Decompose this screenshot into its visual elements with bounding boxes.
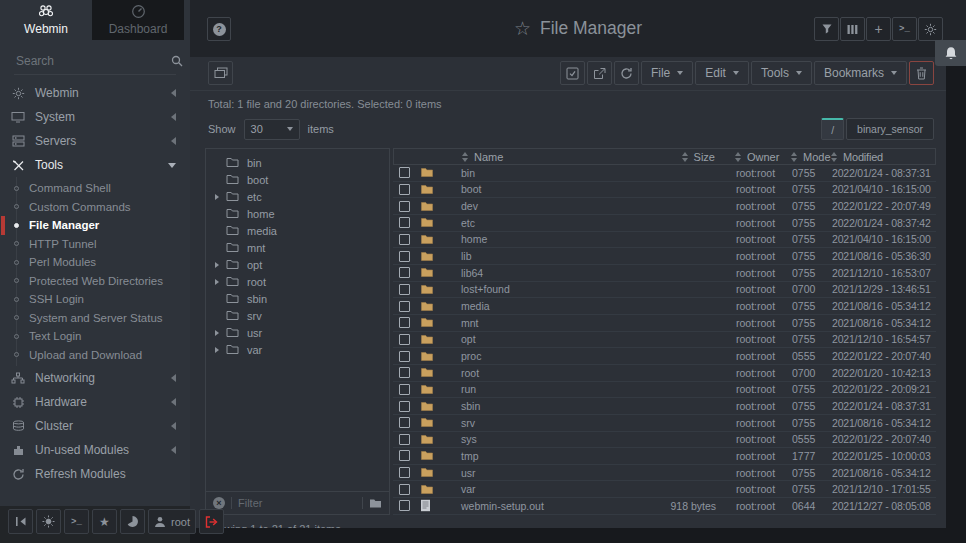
column-header-name[interactable]: Name — [450, 151, 589, 163]
search-input[interactable] — [16, 54, 171, 68]
tree-item[interactable]: usr — [206, 324, 389, 341]
file-row[interactable]: home root:root 0755 2021/04/10 - 16:15:0… — [393, 232, 936, 249]
sidebar-item-servers[interactable]: Servers — [0, 129, 190, 153]
file-row[interactable]: root root:root 0700 2022/01/20 - 10:42:1… — [393, 365, 936, 382]
sidebar-subitem[interactable]: Protected Web Directories — [17, 272, 190, 291]
row-checkbox[interactable] — [399, 417, 410, 428]
file-row[interactable]: lib root:root 0755 2021/08/16 - 05:36:30 — [393, 248, 936, 265]
tree-item[interactable]: srv — [206, 307, 389, 324]
star-outline-icon[interactable]: ☆ — [514, 17, 531, 40]
file-row[interactable]: var root:root 0755 2021/12/10 - 17:01:55 — [393, 481, 936, 498]
terminal-button[interactable]: >_ — [892, 17, 917, 41]
file-row[interactable]: sys root:root 0555 2022/01/22 - 20:07:40 — [393, 432, 936, 449]
tree-item[interactable]: home — [206, 205, 389, 222]
sidebar-item-unused-modules[interactable]: Un-used Modules — [0, 438, 190, 462]
row-checkbox[interactable] — [399, 301, 410, 312]
file-row[interactable]: sbin root:root 0755 2022/01/24 - 08:37:3… — [393, 398, 936, 415]
tree-filter-input[interactable] — [238, 497, 356, 509]
file-row[interactable]: dev root:root 0755 2022/01/22 - 20:07:49 — [393, 198, 936, 215]
export-button[interactable] — [587, 61, 612, 85]
terminal-button-bottom[interactable]: >_ — [64, 509, 89, 534]
file-row[interactable]: run root:root 0755 2022/01/22 - 20:09:21 — [393, 382, 936, 399]
row-checkbox[interactable] — [399, 334, 410, 345]
refresh-button[interactable] — [614, 61, 639, 85]
row-checkbox[interactable] — [399, 284, 410, 295]
sidebar-subitem[interactable]: Upload and Download — [17, 346, 190, 365]
row-checkbox[interactable] — [399, 217, 410, 228]
file-row[interactable]: webmin-setup.out 918 bytes root:root 064… — [393, 498, 936, 515]
page-size-select[interactable]: 30 — [244, 119, 300, 140]
sidebar-item-webmin[interactable]: Webmin — [0, 81, 190, 105]
file-menu-button[interactable]: File — [641, 61, 693, 85]
row-checkbox[interactable] — [399, 234, 410, 245]
tree-item[interactable]: mnt — [206, 239, 389, 256]
settings-button[interactable] — [918, 17, 943, 41]
row-checkbox[interactable] — [399, 184, 410, 195]
trash-button[interactable] — [909, 61, 934, 85]
column-header-modified[interactable]: Modified — [827, 151, 935, 163]
collapse-sidebar-button[interactable] — [8, 509, 33, 534]
sidebar-subitem[interactable]: Custom Commands — [17, 198, 190, 217]
tree-item[interactable]: var — [206, 341, 389, 358]
sidebar-item-cluster[interactable]: Cluster — [0, 414, 190, 438]
help-button[interactable]: ? — [207, 17, 231, 41]
row-checkbox[interactable] — [399, 401, 410, 412]
file-row[interactable]: lib64 root:root 0755 2021/12/10 - 16:53:… — [393, 265, 936, 282]
row-checkbox[interactable] — [399, 317, 410, 328]
sidebar-item-networking[interactable]: Networking — [0, 366, 190, 390]
panes-button[interactable] — [208, 61, 233, 85]
stats-pie-button[interactable] — [120, 509, 145, 534]
add-button[interactable]: + — [866, 17, 891, 41]
file-row[interactable]: boot root:root 0755 2021/04/10 - 16:15:0… — [393, 182, 936, 199]
sidebar-item-system[interactable]: System — [0, 105, 190, 129]
row-checkbox[interactable] — [399, 167, 410, 178]
row-checkbox[interactable] — [399, 484, 410, 495]
sidebar-item-tools[interactable]: Tools — [0, 153, 190, 177]
tree-item[interactable]: boot — [206, 171, 389, 188]
row-checkbox[interactable] — [399, 267, 410, 278]
row-checkbox[interactable] — [399, 500, 410, 511]
sidebar-subitem[interactable]: SSH Login — [17, 290, 190, 309]
sidebar-subitem[interactable]: File Manager — [17, 216, 190, 235]
tree-item[interactable]: media — [206, 222, 389, 239]
path-segment-button[interactable]: binary_sensor — [846, 118, 934, 140]
tools-menu-button[interactable]: Tools — [751, 61, 812, 85]
logout-button[interactable] — [199, 509, 224, 534]
sidebar-subitem[interactable]: Command Shell — [17, 179, 190, 198]
row-checkbox[interactable] — [399, 434, 410, 445]
file-row[interactable]: srv root:root 0755 2021/08/16 - 05:34:12 — [393, 415, 936, 432]
user-button[interactable]: root — [148, 509, 196, 534]
column-header-owner[interactable]: Owner — [719, 151, 781, 163]
path-root-button[interactable]: / — [821, 118, 844, 140]
sidebar-item-refresh-modules[interactable]: Refresh Modules — [0, 462, 190, 486]
row-checkbox[interactable] — [399, 251, 410, 262]
sidebar-subitem[interactable]: Perl Modules — [17, 253, 190, 272]
tab-webmin[interactable]: Webmin — [0, 0, 92, 40]
row-checkbox[interactable] — [399, 384, 410, 395]
columns-button[interactable] — [840, 17, 865, 41]
select-all-button[interactable] — [560, 61, 585, 85]
edit-menu-button[interactable]: Edit — [695, 61, 749, 85]
file-row[interactable]: opt root:root 0755 2021/12/10 - 16:54:57 — [393, 332, 936, 349]
file-row[interactable]: tmp root:root 1777 2022/01/25 - 10:00:03 — [393, 448, 936, 465]
filter-button[interactable] — [814, 17, 839, 41]
column-header-size[interactable]: Size — [589, 151, 719, 163]
file-row[interactable]: bin root:root 0755 2022/01/24 - 08:37:31 — [393, 165, 936, 182]
row-checkbox[interactable] — [399, 201, 410, 212]
theme-sun-button[interactable] — [36, 509, 61, 534]
favorites-star-button[interactable]: ★ — [92, 509, 117, 534]
notifications-tab[interactable] — [935, 40, 966, 66]
sidebar-subitem[interactable]: Text Login — [17, 327, 190, 346]
tree-item[interactable]: root — [206, 273, 389, 290]
clear-filter-icon[interactable]: × — [213, 497, 225, 509]
file-row[interactable]: lost+found root:root 0700 2021/12/29 - 1… — [393, 282, 936, 299]
tree-item[interactable]: etc — [206, 188, 389, 205]
file-row[interactable]: media root:root 0755 2021/08/16 - 05:34:… — [393, 298, 936, 315]
file-row[interactable]: mnt root:root 0755 2021/08/16 - 05:34:12 — [393, 315, 936, 332]
row-checkbox[interactable] — [399, 467, 410, 478]
tree-item[interactable]: bin — [206, 154, 389, 171]
folder-select-icon[interactable] — [369, 498, 382, 509]
sidebar-subitem[interactable]: System and Server Status — [17, 309, 190, 328]
bookmarks-menu-button[interactable]: Bookmarks — [814, 61, 907, 85]
file-row[interactable]: proc root:root 0555 2022/01/22 - 20:07:4… — [393, 348, 936, 365]
